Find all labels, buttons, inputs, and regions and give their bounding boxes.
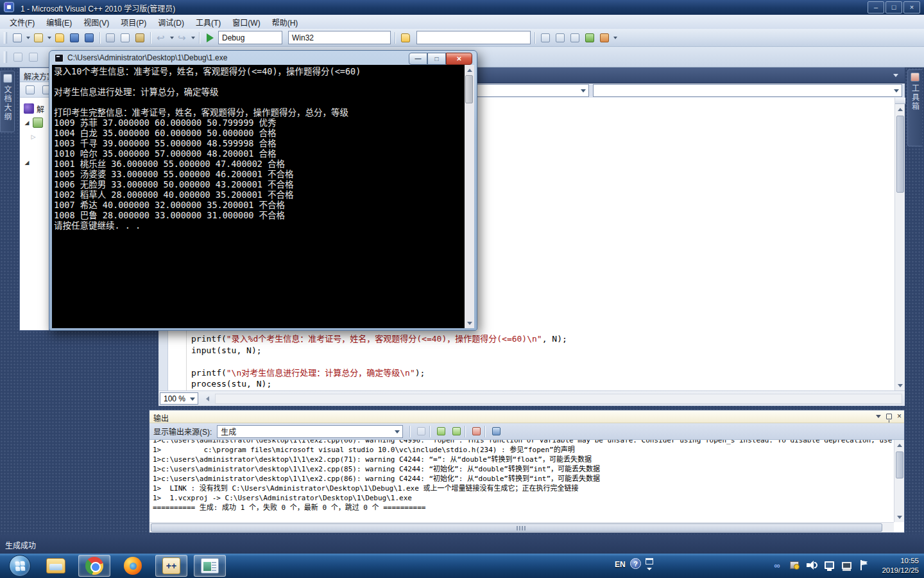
undo-dropdown[interactable]: [170, 37, 174, 39]
tray-volume-icon[interactable]: [807, 561, 817, 570]
tab-toolbox[interactable]: 工具箱: [907, 69, 922, 146]
redo-dropdown[interactable]: [191, 37, 195, 39]
scroll-down-icon[interactable]: [894, 512, 905, 522]
windows-layout-icon[interactable]: [598, 31, 611, 44]
find-combo[interactable]: [416, 31, 531, 44]
output-horizontal-scrollbar[interactable]: [150, 522, 894, 532]
tree-item-project[interactable]: ◢: [20, 116, 49, 130]
find-message-icon[interactable]: [415, 426, 427, 437]
splitter-handle[interactable]: [895, 98, 905, 104]
scroll-up-icon[interactable]: [895, 104, 905, 114]
scroll-left-icon[interactable]: [202, 394, 212, 404]
output-header[interactable]: 输出 ×: [150, 410, 904, 423]
output-content[interactable]: 1>c:\users\administrator\desktop\1\1\ex2…: [150, 440, 894, 522]
editor-tool-icon[interactable]: [12, 51, 24, 64]
tray-network-icon[interactable]: [825, 561, 834, 569]
maximize-button[interactable]: □: [886, 1, 902, 13]
editor-tool-icon[interactable]: [27, 51, 40, 64]
start-debug-icon[interactable]: [203, 31, 216, 44]
pin-icon[interactable]: [886, 414, 892, 419]
property-pages-icon[interactable]: [554, 31, 567, 44]
console-minimize-button[interactable]: —: [409, 53, 427, 65]
clock[interactable]: 10:55 2019/12/25: [882, 556, 919, 575]
taskbar-item-firefox[interactable]: [117, 555, 149, 577]
console-close-button[interactable]: ✕: [446, 53, 472, 65]
menu-item-2[interactable]: 编辑(E): [40, 15, 78, 30]
expander-icon[interactable]: ◢: [24, 159, 30, 166]
ime-restore-icon[interactable]: [646, 558, 653, 565]
find-in-files-icon[interactable]: [399, 31, 412, 44]
console-window[interactable]: C:\Users\Administrator\Desktop\1\Debug\1…: [49, 50, 477, 331]
tab-list-dropdown-icon[interactable]: [893, 74, 898, 77]
scrollbar-thumb[interactable]: [896, 451, 903, 478]
taskbar-item-chrome[interactable]: [78, 555, 110, 577]
scrollbar-thumb[interactable]: [151, 523, 882, 532]
close-button[interactable]: ×: [903, 1, 920, 13]
previous-message-icon[interactable]: [434, 426, 447, 437]
ime-options-caret-icon[interactable]: [647, 568, 652, 570]
menu-item-7[interactable]: 窗口(W): [227, 15, 266, 30]
new-project-dropdown[interactable]: [26, 37, 30, 39]
scroll-down-icon[interactable]: [465, 318, 475, 328]
scrollbar-thumb[interactable]: [896, 116, 904, 193]
console-title-bar[interactable]: C:\Users\Administrator\Desktop\1\Debug\1…: [55, 53, 227, 62]
scroll-up-icon[interactable]: [894, 440, 905, 450]
minimize-button[interactable]: –: [868, 1, 884, 13]
cut-icon[interactable]: [104, 31, 117, 44]
paste-icon[interactable]: [133, 31, 146, 44]
start-button[interactable]: [9, 555, 31, 577]
console-maximize-button[interactable]: □: [427, 53, 446, 65]
open-folder-icon[interactable]: [53, 31, 66, 44]
ime-help-icon[interactable]: ?: [630, 558, 641, 569]
toolbar-grip[interactable]: [4, 51, 7, 63]
menu-item-8[interactable]: 帮助(H): [266, 15, 304, 30]
tray-computer-icon[interactable]: [842, 562, 851, 569]
language-indicator[interactable]: EN: [615, 560, 626, 569]
taskbar-item-visual-cpp[interactable]: ++: [155, 555, 187, 577]
clear-all-icon[interactable]: [470, 426, 483, 437]
scroll-up-icon[interactable]: [465, 65, 475, 75]
tray-link-icon[interactable]: ∞: [771, 559, 783, 571]
editor-vertical-scrollbar[interactable]: [894, 98, 905, 390]
tray-device-icon[interactable]: [790, 561, 799, 569]
properties-icon[interactable]: [24, 83, 37, 96]
find-symbol-icon[interactable]: [539, 31, 552, 44]
add-item-dropdown[interactable]: [47, 37, 51, 39]
window-position-icon[interactable]: [876, 415, 881, 418]
members-combo[interactable]: [593, 84, 902, 97]
console-vertical-scrollbar[interactable]: [465, 65, 474, 328]
solution-platforms-combo[interactable]: Win32: [288, 31, 391, 44]
scrollbar-thumb[interactable]: [465, 75, 473, 103]
tab-document-outline[interactable]: 文档大纲: [0, 71, 15, 132]
save-icon[interactable]: [68, 31, 81, 44]
output-vertical-scrollbar[interactable]: [894, 440, 904, 522]
toolbar-grip[interactable]: [4, 32, 7, 44]
external-tools-icon[interactable]: [569, 31, 581, 44]
menu-item-4[interactable]: 项目(P): [115, 15, 152, 30]
copy-icon[interactable]: [119, 31, 132, 44]
close-panel-icon[interactable]: ×: [897, 412, 902, 420]
zoom-combo[interactable]: 100 %: [160, 392, 198, 405]
collapsed-expander-icon[interactable]: ▷: [30, 134, 37, 140]
tree-item-folder[interactable]: ▷: [20, 130, 49, 144]
tree-item-node[interactable]: ◢: [20, 155, 49, 170]
menu-item-1[interactable]: 文件(F): [4, 15, 40, 30]
add-item-icon[interactable]: [32, 31, 45, 44]
new-project-icon[interactable]: [11, 31, 24, 44]
menu-item-5[interactable]: 调试(D): [152, 15, 190, 30]
expander-icon[interactable]: ◢: [24, 119, 30, 126]
taskbar-item-running-app[interactable]: [194, 555, 226, 577]
toggle-word-wrap-icon[interactable]: [490, 426, 502, 437]
console-client-area[interactable]: 录入10个考生信息：准考证号，姓名，客观题得分(<=40)，操作题得分(<=60…: [52, 65, 474, 328]
navigate-forward-icon[interactable]: [583, 31, 596, 44]
solution-configurations-combo[interactable]: Debug: [218, 31, 282, 44]
output-source-combo[interactable]: 生成: [217, 425, 403, 438]
editor-horizontal-scrollbar[interactable]: [215, 394, 902, 404]
menu-item-3[interactable]: 视图(V): [78, 15, 115, 30]
scroll-down-icon[interactable]: [895, 380, 905, 390]
next-message-icon[interactable]: [450, 426, 463, 437]
show-all-files-icon[interactable]: [40, 83, 49, 96]
tree-item-solution[interactable]: 解: [20, 101, 49, 116]
undo-icon[interactable]: ↩: [155, 31, 167, 44]
redo-icon[interactable]: ↪: [176, 31, 189, 44]
